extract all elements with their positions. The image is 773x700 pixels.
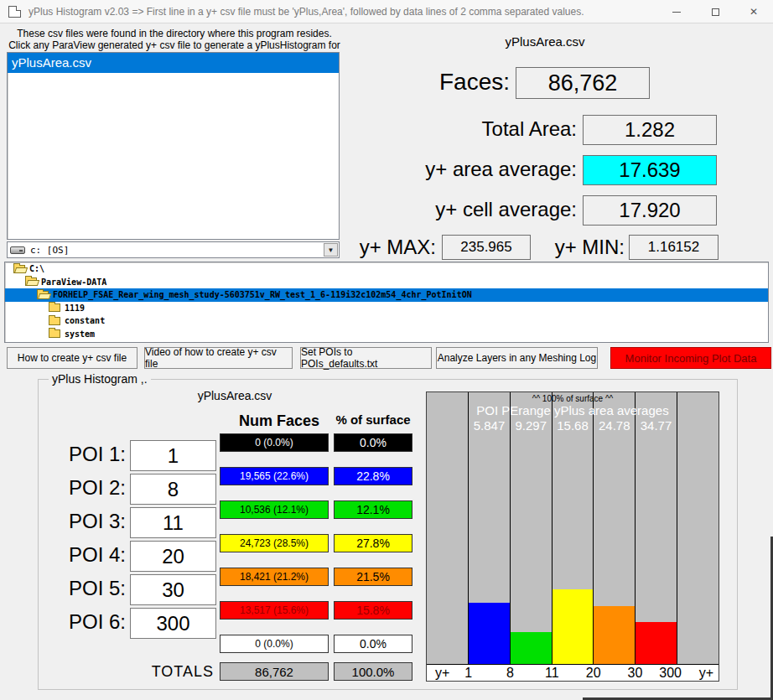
- chevron-down-icon[interactable]: ▼: [324, 243, 338, 257]
- maximize-icon: [712, 8, 719, 16]
- list-item-csv[interactable]: yPlusArea.csv: [8, 53, 339, 73]
- faces-cell-row7: 0 (0.0%): [220, 635, 329, 653]
- ymax-label: y+ MAX:: [348, 236, 436, 259]
- chart-title: ^^ 100% of surface ^^: [427, 394, 719, 403]
- tree-item-selected-study[interactable]: FORHELP_FSAE_Rear_wing_mesh_study-560375…: [5, 288, 768, 302]
- total-area-value: 1.282: [583, 115, 717, 145]
- poi-6-input[interactable]: [130, 608, 216, 639]
- poi-1-label: POI 1:: [50, 443, 126, 466]
- chart-range-averages: 5.847 9.297 15.68 24.78 34.77: [427, 418, 719, 432]
- drive-combo-value: c: [OS]: [30, 245, 69, 256]
- title-bar: yPlus Histogram v2.03 => First line in a…: [0, 0, 773, 23]
- area-average-label: y+ area average:: [352, 158, 577, 181]
- minimize-icon: [672, 12, 681, 13]
- poi-6-label: POI 6:: [50, 610, 126, 634]
- video-how-to-create-csv-button[interactable]: Video of how to create y+ csv file: [144, 347, 293, 369]
- bar-1-8: [469, 603, 510, 665]
- chart-subtitle: POI PErange yPlus area averages: [427, 403, 719, 417]
- pct-cell-row6: 15.8%: [334, 601, 412, 620]
- faces-cell-row4: 24,723 (28.5%): [220, 534, 329, 552]
- histogram-group-title: yPlus Histogram ,.: [49, 372, 151, 386]
- pct-cell-row7: 0.0%: [334, 635, 412, 653]
- drive-combobox[interactable]: c: [OS] ▼: [7, 241, 340, 258]
- poi-5-label: POI 5:: [50, 577, 126, 600]
- set-pois-defaults-button[interactable]: Set POIs to POIs_defaults.txt: [300, 347, 432, 369]
- ymin-label: y+ MIN:: [537, 236, 625, 259]
- faces-label: Faces:: [352, 69, 510, 96]
- open-folder-icon: [13, 265, 25, 273]
- csv-file-list[interactable]: yPlusArea.csv: [7, 52, 340, 240]
- poi-3-input[interactable]: [130, 507, 216, 538]
- poi-2-label: POI 2:: [50, 476, 126, 500]
- totals-label: TOTALS: [96, 663, 214, 681]
- totals-faces-cell: 86,762: [220, 662, 329, 681]
- area-average-value: 17.639: [583, 155, 717, 185]
- open-folder-icon: [25, 277, 37, 286]
- cell-average-label: y+ cell average:: [352, 198, 577, 221]
- poi-3-label: POI 3:: [50, 510, 126, 533]
- tree-item-root[interactable]: C:\: [5, 262, 768, 276]
- poi-2-input[interactable]: [130, 474, 216, 505]
- window-title: yPlus Histogram v2.03 => First line in a…: [29, 6, 584, 18]
- poi-5-input[interactable]: [130, 574, 216, 605]
- bar-8-11: [511, 632, 552, 665]
- faces-cell-row1: 0 (0.0%): [220, 433, 329, 452]
- poi-1-input[interactable]: [130, 440, 216, 471]
- pct-cell-row1: 0.0%: [334, 433, 412, 452]
- minimize-button[interactable]: [657, 0, 696, 23]
- chart-column: [635, 392, 677, 665]
- close-button[interactable]: ✕: [734, 0, 773, 23]
- tree-item-1119[interactable]: 1119: [5, 302, 768, 315]
- chart-plot-area: [427, 392, 719, 665]
- faces-value: 86,762: [516, 67, 650, 99]
- chart-column: [677, 392, 719, 665]
- tree-item-constant[interactable]: constant: [5, 314, 768, 328]
- pct-surface-header: % of surface: [332, 412, 414, 427]
- faces-cell-row6: 13,517 (15.6%): [220, 601, 329, 620]
- analyze-layers-button[interactable]: Analyze Layers in any Meshing Log: [436, 347, 598, 369]
- pct-cell-row4: 27.8%: [334, 534, 412, 552]
- instructions-line1: These csv files were found in the direct…: [7, 28, 342, 39]
- chart-column: [552, 392, 594, 665]
- chart-column: [510, 392, 552, 665]
- total-area-label: Total Area:: [352, 117, 577, 141]
- closed-folder-icon: [49, 317, 60, 325]
- bar-11-20: [553, 589, 594, 665]
- app-icon: [8, 6, 21, 18]
- pct-cell-row5: 21.5%: [334, 568, 412, 586]
- chart-column: [468, 392, 510, 665]
- num-faces-header: Num Faces: [228, 412, 330, 430]
- faces-cell-row2: 19,565 (22.6%): [220, 467, 329, 485]
- bar-30-300: [636, 622, 677, 665]
- chart-column: [427, 392, 468, 665]
- stats-csv-label: yPlusArea.csv: [457, 34, 633, 49]
- drive-icon: [10, 246, 25, 254]
- chart-x-axis: y+ 1 8 11 20 30 300 y+: [427, 664, 719, 681]
- faces-cell-row5: 18,421 (21.2%): [220, 568, 329, 586]
- faces-cell-row3: 10,536 (12.1%): [220, 500, 329, 519]
- maximize-button[interactable]: [696, 0, 734, 23]
- poi-4-input[interactable]: [130, 541, 216, 572]
- open-folder-icon: [37, 291, 49, 299]
- cell-average-value: 17.920: [583, 195, 717, 226]
- closed-folder-icon: [49, 329, 60, 338]
- chart-column: [593, 392, 635, 665]
- tree-item-paraview-data[interactable]: ParaView-DATA: [5, 276, 768, 289]
- closed-folder-icon: [49, 303, 60, 312]
- ymin-value: 1.16152: [629, 235, 719, 260]
- bar-20-30: [594, 606, 635, 665]
- tree-item-system[interactable]: system: [5, 328, 768, 341]
- directory-tree[interactable]: C:\ ParaView-DATA FORHELP_FSAE_Rear_wing…: [4, 262, 769, 343]
- yplus-bar-chart: ^^ 100% of surface ^^ POI PErange yPlus …: [426, 391, 719, 682]
- how-to-create-csv-button[interactable]: How to create y+ csv file: [7, 347, 137, 369]
- pct-cell-row2: 22.8%: [334, 467, 412, 485]
- histogram-csv-label: yPlusArea.csv: [151, 389, 319, 402]
- poi-4-label: POI 4:: [50, 543, 126, 567]
- totals-pct-cell: 100.0%: [334, 662, 412, 681]
- pct-cell-row3: 12.1%: [334, 500, 412, 519]
- ymax-value: 235.965: [442, 235, 531, 260]
- app-window: yPlus Histogram v2.03 => First line in a…: [0, 0, 773, 700]
- monitor-incoming-plot-data-button[interactable]: Monitor Incoming Plot Data: [610, 347, 771, 369]
